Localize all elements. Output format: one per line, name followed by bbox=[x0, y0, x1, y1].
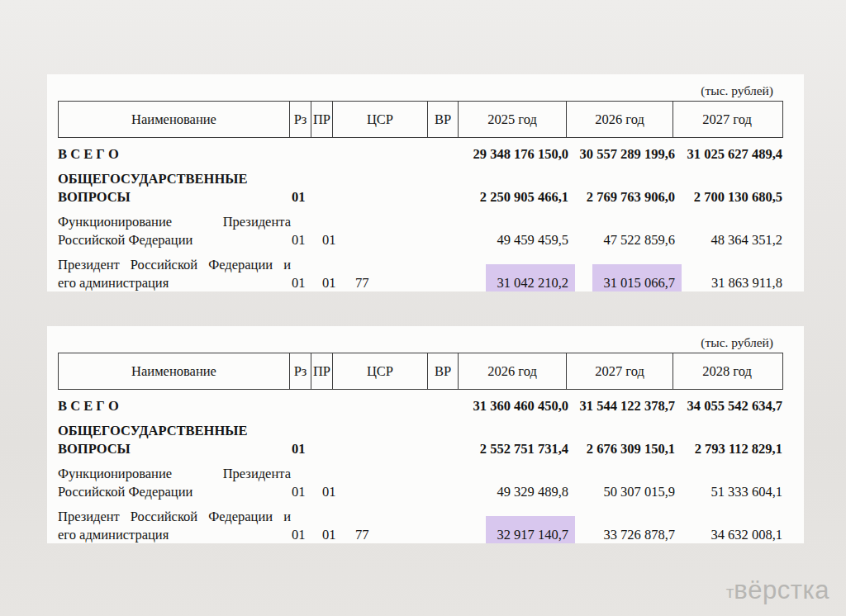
name-cell: ФункционированиеПрезидентаРоссийской Фед… bbox=[58, 465, 291, 501]
header-cell: 2025 год bbox=[459, 102, 567, 137]
name-line: его администрация bbox=[58, 274, 291, 291]
value-cell: 2 250 905 466,1 bbox=[460, 188, 569, 206]
name-word: Президент bbox=[58, 256, 120, 274]
value-cell: 32 917 140,7 bbox=[460, 526, 569, 543]
code-cell: 0101 bbox=[291, 483, 460, 501]
table-row: ОБЩЕГОСУДАРСТВЕННЫЕВОПРОСЫ012 552 751 73… bbox=[58, 422, 783, 458]
budget-code: 01 bbox=[292, 526, 322, 543]
name-line: ОБЩЕГОСУДАРСТВЕННЫЕ bbox=[58, 170, 291, 188]
header-cell: 2026 год bbox=[459, 353, 567, 389]
code-cell: 01 bbox=[291, 440, 460, 458]
header-cell: ВР bbox=[428, 353, 459, 389]
name-cell: ОБЩЕГОСУДАРСТВЕННЫЕВОПРОСЫ bbox=[58, 422, 291, 458]
value-cell: 50 307 015,9 bbox=[569, 483, 676, 501]
budget-code: 01 bbox=[322, 483, 355, 501]
header-cell: ЦСР bbox=[333, 353, 428, 389]
value-cell: 29 348 176 150,0 bbox=[460, 145, 569, 163]
highlighted-value: 31 042 210,2 bbox=[486, 264, 575, 291]
name-word: и bbox=[283, 508, 291, 526]
code-cell: 0101 bbox=[291, 231, 460, 249]
table-row: ПрезидентРоссийскойФедерациииего админис… bbox=[58, 256, 783, 291]
highlighted-value: 31 015 066,7 bbox=[592, 264, 682, 291]
name-word: Российской bbox=[131, 256, 197, 274]
budget-code: 77 bbox=[355, 526, 369, 543]
header-cell: ПР bbox=[311, 102, 333, 137]
header-cell: ПР bbox=[311, 353, 333, 389]
value-cell: 30 557 289 199,6 bbox=[569, 145, 676, 163]
value-cell: 2 700 130 680,5 bbox=[676, 188, 783, 206]
name-line: ВОПРОСЫ bbox=[58, 440, 291, 458]
code-cell: 01 bbox=[291, 188, 460, 206]
budget-code: 01 bbox=[322, 231, 355, 249]
table-row: ПрезидентРоссийскойФедерациииего админис… bbox=[58, 508, 783, 543]
table-header-row: НаименованиеРзПРЦСРВР2026 год2027 год202… bbox=[58, 353, 783, 390]
header-cell: 2026 год bbox=[567, 102, 673, 137]
table-row: ОБЩЕГОСУДАРСТВЕННЫЕВОПРОСЫ012 250 905 46… bbox=[58, 170, 783, 206]
table-row: В С Е Г О31 360 460 450,031 544 122 378,… bbox=[58, 397, 783, 415]
name-line: его администрация bbox=[58, 526, 291, 543]
name-word: Функционирование bbox=[58, 213, 172, 231]
budget-code: 01 bbox=[322, 274, 355, 291]
budget-code: 77 bbox=[355, 274, 369, 291]
name-cell: В С Е Г О bbox=[58, 397, 291, 415]
table-header-row: НаименованиеРзПРЦСРВР2025 год2026 год202… bbox=[58, 101, 783, 138]
name-line: В С Е Г О bbox=[58, 145, 291, 163]
unit-label: (тыс. рублей) bbox=[701, 335, 773, 350]
name-word: Федерации bbox=[208, 256, 273, 274]
header-cell: Наименование bbox=[59, 102, 290, 137]
budget-code: 01 bbox=[292, 274, 322, 291]
name-cell: ФункционированиеПрезидентаРоссийской Фед… bbox=[58, 213, 291, 249]
name-line: ОБЩЕГОСУДАРСТВЕННЫЕ bbox=[58, 422, 291, 440]
name-word: Президента bbox=[223, 465, 291, 483]
name-word: Федерации bbox=[208, 508, 273, 526]
name-line: ФункционированиеПрезидента bbox=[58, 213, 291, 231]
header-cell: Рз bbox=[290, 102, 311, 137]
budget-table-panel-second: (тыс. рублей) НаименованиеРзПРЦСРВР2026 … bbox=[47, 326, 804, 543]
value-cell: 31 360 460 450,0 bbox=[460, 397, 569, 415]
budget-code: 01 bbox=[292, 440, 322, 458]
value-cell: 48 364 351,2 bbox=[676, 231, 783, 249]
table-row: ФункционированиеПрезидентаРоссийской Фед… bbox=[58, 213, 783, 249]
header-cell: 2027 год bbox=[673, 102, 781, 137]
value-cell: 51 333 604,1 bbox=[676, 483, 783, 501]
name-line: ВОПРОСЫ bbox=[58, 188, 291, 206]
budget-code: 01 bbox=[292, 188, 322, 206]
header-cell: Наименование bbox=[59, 353, 290, 389]
name-word: и bbox=[283, 256, 291, 274]
value-cell: 31 544 122 378,7 bbox=[569, 397, 676, 415]
name-word: Функционирование bbox=[58, 465, 172, 483]
name-word: Президент bbox=[58, 508, 120, 526]
value-cell: 2 769 763 906,0 bbox=[569, 188, 676, 206]
value-cell: 2 793 112 829,1 bbox=[676, 440, 783, 458]
value-cell: 31 025 627 489,4 bbox=[676, 145, 783, 163]
name-line: ПрезидентРоссийскойФедерациии bbox=[58, 256, 291, 274]
name-line: В С Е Г О bbox=[58, 397, 291, 415]
value-cell: 31 042 210,2 bbox=[460, 274, 569, 291]
value-cell: 47 522 859,6 bbox=[569, 231, 676, 249]
name-cell: В С Е Г О bbox=[58, 145, 291, 163]
budget-code: 01 bbox=[292, 483, 322, 501]
value-cell: 34 055 542 634,7 bbox=[676, 397, 783, 415]
value-cell: 31 863 911,8 bbox=[676, 274, 783, 291]
budget-table-panel-first: (тыс. рублей) НаименованиеРзПРЦСРВР2025 … bbox=[47, 74, 804, 291]
name-line: Российской Федерации bbox=[58, 483, 291, 501]
value-cell: 49 329 489,8 bbox=[460, 483, 569, 501]
budget-code: 01 bbox=[322, 526, 355, 543]
verstka-watermark: твёрстка bbox=[726, 577, 829, 603]
header-cell: 2028 год bbox=[673, 353, 781, 389]
value-cell: 34 632 008,1 bbox=[676, 526, 783, 543]
value-cell: 31 015 066,7 bbox=[569, 274, 676, 291]
name-cell: ОБЩЕГОСУДАРСТВЕННЫЕВОПРОСЫ bbox=[58, 170, 291, 206]
header-cell: Рз bbox=[290, 353, 311, 389]
header-cell: 2027 год bbox=[567, 353, 673, 389]
watermark-logo-mark: т bbox=[726, 583, 734, 600]
value-cell: 2 552 751 731,4 bbox=[460, 440, 569, 458]
name-word: Президента bbox=[223, 213, 291, 231]
table-row: В С Е Г О29 348 176 150,030 557 289 199,… bbox=[58, 145, 783, 163]
name-word: Российской bbox=[131, 508, 197, 526]
table-body: В С Е Г О31 360 460 450,031 544 122 378,… bbox=[58, 397, 783, 543]
code-cell: 010177 bbox=[291, 526, 460, 543]
unit-label: (тыс. рублей) bbox=[701, 83, 773, 98]
name-line: Российской Федерации bbox=[58, 231, 291, 249]
highlighted-value: 32 917 140,7 bbox=[486, 516, 575, 543]
